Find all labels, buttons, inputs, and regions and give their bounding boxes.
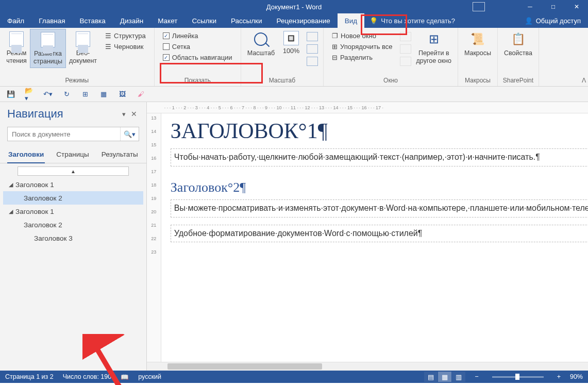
open-button[interactable]: 📂▾ <box>25 90 34 99</box>
zoom-slider[interactable] <box>492 376 544 378</box>
redo-button[interactable]: ↻ <box>62 90 71 99</box>
tree-item[interactable]: ◢Заголовок 1 <box>3 178 143 191</box>
web-layout-button[interactable]: Веб-документ <box>66 29 100 67</box>
expand-all-button[interactable]: ▲ <box>18 166 129 176</box>
share-button[interactable]: 👤Общий доступ <box>517 13 588 28</box>
navigation-pane-checkbox[interactable]: ✓Область навигации <box>161 53 234 62</box>
paragraph[interactable]: Удобное·форматирование·документов·Word·с… <box>171 225 588 243</box>
ribbon-display-icon[interactable] <box>473 2 485 11</box>
multi-page-button[interactable] <box>307 44 318 54</box>
zoom-button[interactable]: Масштаб <box>244 29 278 59</box>
tell-me[interactable]: 💡Что вы хотите сделать? <box>364 13 460 28</box>
maximize-button[interactable]: □ <box>542 0 565 13</box>
outline-button[interactable]: ☰Структура <box>103 31 148 41</box>
vertical-ruler[interactable]: 1314151617181920212223 <box>147 113 161 362</box>
nav-search-box[interactable]: 🔍▾ <box>7 127 139 141</box>
ribbon-group-modes: Режимчтения Разметкастраницы Веб-докумен… <box>0 28 155 86</box>
side-by-side-button[interactable] <box>400 32 411 41</box>
tree-item[interactable]: Заголовок 2 <box>3 218 143 231</box>
switch-windows-button[interactable]: ⊞Перейти вдругое окно <box>413 29 455 67</box>
tab-home[interactable]: Главная <box>31 13 72 28</box>
status-spellcheck-icon[interactable]: 📖 <box>121 373 129 381</box>
macros-button[interactable]: 📜Макросы <box>461 29 494 59</box>
horizontal-scrollbar[interactable] <box>147 362 588 371</box>
tab-design[interactable]: Дизайн <box>113 13 150 28</box>
sync-scroll-button[interactable] <box>400 44 411 54</box>
ribbon: Режимчтения Разметкастраницы Веб-докумен… <box>0 28 588 87</box>
nav-tab-results[interactable]: Результаты <box>100 148 139 163</box>
ribbon-group-zoom: Масштаб 🔲100% Масштаб <box>241 28 324 86</box>
print-layout-view-button[interactable]: ▦ <box>438 372 451 382</box>
zoom-in-button[interactable]: + <box>557 373 561 380</box>
nav-tabs: Заголовки Страницы Результаты <box>0 144 146 163</box>
format-painter-button[interactable]: 🖌 <box>136 90 145 99</box>
document-page[interactable]: ЗАГОЛОВОК°1¶ Чтобы·начать·работу,·щелкни… <box>161 113 588 362</box>
tab-view[interactable]: Вид <box>338 13 364 28</box>
ribbon-group-macros: 📜Макросы Макросы <box>458 28 498 86</box>
tab-references[interactable]: Ссылки <box>184 13 224 28</box>
nav-pane-dropdown[interactable]: ▾ <box>119 110 129 118</box>
window-icon: ❐ <box>332 32 338 40</box>
new-window-button[interactable]: ❐Новое окно <box>330 31 394 41</box>
paragraph[interactable]: Вы·можете·просматривать·и·изменять·этот·… <box>171 199 588 217</box>
collapse-ribbon-button[interactable]: ᐱ <box>582 77 586 84</box>
chevron-down-icon: ◢ <box>6 181 15 188</box>
heading-1[interactable]: ЗАГОЛОВОК°1¶ <box>171 119 588 143</box>
heading-2[interactable]: Заголовок°2¶ <box>171 180 588 195</box>
split-icon: ⊟ <box>332 54 338 61</box>
table-button[interactable]: ⊞ <box>80 90 90 99</box>
tab-layout[interactable]: Макет <box>150 13 184 28</box>
paragraph[interactable]: Чтобы·начать·работу,·щелкните·любой·заме… <box>171 148 588 166</box>
print-layout-button[interactable]: Разметкастраницы <box>30 29 66 68</box>
tab-insert[interactable]: Вставка <box>73 13 113 28</box>
tree-item[interactable]: Заголовок 2 <box>3 191 143 205</box>
arrange-all-button[interactable]: ⊞Упорядочить все <box>330 42 394 52</box>
horizontal-ruler[interactable]: · · · 1 · · · 2 · · · 3 · · · 4 · · · 5 … <box>147 102 588 113</box>
checkbox-icon: ✓ <box>163 32 170 39</box>
table2-button[interactable]: ▦ <box>99 90 108 99</box>
window-controls: ─ □ ✕ <box>518 0 588 13</box>
properties-button[interactable]: 📋Свойства <box>501 29 535 59</box>
nav-search-input[interactable] <box>8 127 120 141</box>
read-mode-button[interactable]: Режимчтения <box>3 29 30 67</box>
draft-icon: ☰ <box>105 43 111 51</box>
status-language[interactable]: русский <box>138 373 161 380</box>
zoom-100-button[interactable]: 🔲100% <box>278 29 305 57</box>
zoom-out-button[interactable]: − <box>475 373 478 380</box>
navigation-pane: Навигация ▾ ✕ 🔍▾ Заголовки Страницы Резу… <box>0 102 147 371</box>
nav-pane-close-button[interactable]: ✕ <box>129 110 139 118</box>
picture-button[interactable]: 🖼 <box>117 90 127 99</box>
minimize-button[interactable]: ─ <box>518 0 542 13</box>
tree-item[interactable]: ◢Заголовок 1 <box>3 205 143 218</box>
status-page[interactable]: Страница 1 из 2 <box>5 373 54 380</box>
search-icon[interactable]: 🔍▾ <box>120 127 139 141</box>
web-layout-view-button[interactable]: ▥ <box>452 372 465 382</box>
window-title: Документ1 - Word <box>266 3 322 11</box>
draft-button[interactable]: ☰Черновик <box>103 42 148 52</box>
gridlines-checkbox[interactable]: Сетка <box>161 42 234 52</box>
ribbon-group-show: ✓Линейка Сетка ✓Область навигации Показа… <box>155 28 241 86</box>
split-button[interactable]: ⊟Разделить <box>330 53 394 62</box>
close-button[interactable]: ✕ <box>565 0 588 13</box>
status-word-count[interactable]: Число слов: 190 <box>63 373 112 380</box>
ruler-checkbox[interactable]: ✓Линейка <box>161 31 234 41</box>
save-button[interactable]: 💾 <box>6 90 15 99</box>
undo-button[interactable]: ↶▾ <box>43 90 53 99</box>
main-area: Навигация ▾ ✕ 🔍▾ Заголовки Страницы Резу… <box>0 102 588 371</box>
read-mode-view-button[interactable]: ▤ <box>424 372 438 382</box>
tree-item[interactable]: Заголовок 3 <box>3 231 143 245</box>
tab-file[interactable]: Файл <box>0 13 31 28</box>
scrollbar-thumb[interactable] <box>167 363 322 370</box>
tab-mailings[interactable]: Рассылки <box>224 13 270 28</box>
tab-review[interactable]: Рецензирование <box>270 13 338 28</box>
reset-window-button[interactable] <box>400 57 411 66</box>
page-width-button[interactable] <box>307 57 318 66</box>
zoom-level[interactable]: 90% <box>570 373 583 380</box>
status-bar: Страница 1 из 2 Число слов: 190 📖 русски… <box>0 371 588 383</box>
nav-tab-headings[interactable]: Заголовки <box>7 148 45 163</box>
one-page-button[interactable] <box>307 32 318 41</box>
document-area: · · · 1 · · · 2 · · · 3 · · · 4 · · · 5 … <box>147 102 588 371</box>
nav-tab-pages[interactable]: Страницы <box>55 148 90 163</box>
zoom-slider-handle[interactable] <box>515 374 519 380</box>
nav-tree: ◢Заголовок 1 Заголовок 2 ◢Заголовок 1 За… <box>0 177 146 246</box>
